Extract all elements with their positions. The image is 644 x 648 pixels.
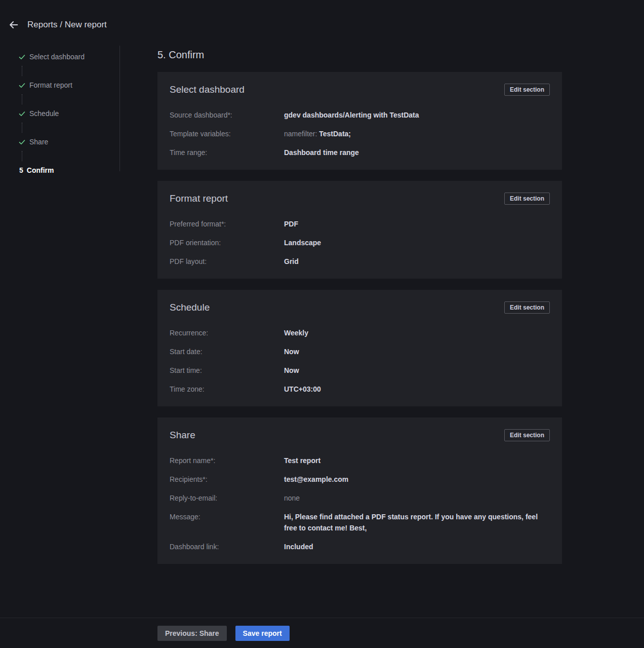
field-value: UTC+03:00 bbox=[284, 384, 321, 395]
step-number: 5 bbox=[19, 166, 23, 174]
step-label: Confirm bbox=[27, 166, 54, 174]
field-label: Report name*: bbox=[170, 455, 284, 466]
page-header: Reports / New report bbox=[0, 0, 644, 46]
field-row: Reply-to-email: none bbox=[170, 492, 550, 504]
check-icon bbox=[18, 53, 26, 61]
field-value: Weekly bbox=[284, 327, 308, 338]
section-title: Format report bbox=[170, 192, 228, 205]
step-sidebar: Select dashboard Format report Schedule bbox=[10, 46, 120, 171]
breadcrumb-title: Reports / New report bbox=[27, 20, 107, 30]
new-report-page: Reports / New report Select dashboard Fo… bbox=[0, 0, 644, 648]
section-title: Select dashboard bbox=[170, 83, 245, 96]
step-connector bbox=[22, 123, 22, 133]
field-row: Template variables: namefilter: TestData… bbox=[170, 128, 550, 139]
step-label: Format report bbox=[29, 81, 72, 89]
arrow-left-icon bbox=[8, 19, 19, 30]
field-value: Dashboard time range bbox=[284, 147, 359, 158]
field-label: PDF orientation: bbox=[170, 237, 284, 248]
step-label: Schedule bbox=[29, 109, 59, 118]
field-label: Message: bbox=[170, 511, 284, 533]
field-label: Template variables: bbox=[170, 128, 284, 139]
step-format-report[interactable]: Format report bbox=[18, 81, 119, 90]
section-select-dashboard: Select dashboard Edit section Source das… bbox=[157, 72, 562, 170]
check-icon bbox=[18, 81, 26, 89]
field-row: Start time: Now bbox=[170, 365, 550, 376]
field-label: PDF layout: bbox=[170, 256, 284, 267]
field-row: Time range: Dashboard time range bbox=[170, 147, 550, 158]
field-value: Now bbox=[284, 365, 299, 376]
step-label: Select dashboard bbox=[29, 53, 85, 61]
field-row: PDF layout: Grid bbox=[170, 256, 550, 267]
content-area: Select dashboard Format report Schedule bbox=[0, 46, 644, 618]
edit-section-button[interactable]: Edit section bbox=[504, 193, 550, 205]
step-label: Share bbox=[29, 138, 48, 146]
back-button[interactable] bbox=[5, 16, 22, 33]
check-icon bbox=[18, 138, 26, 146]
save-report-button[interactable]: Save report bbox=[235, 626, 290, 641]
field-row: Message: Hi, Please find attached a PDF … bbox=[170, 511, 550, 533]
step-connector bbox=[22, 66, 22, 76]
field-label: Dashboard link: bbox=[170, 541, 284, 552]
field-label: Time zone: bbox=[170, 384, 284, 395]
field-row: Time zone: UTC+03:00 bbox=[170, 384, 550, 395]
field-value: Grid bbox=[284, 256, 299, 267]
field-row: Preferred format*: PDF bbox=[170, 218, 550, 230]
field-value: Now bbox=[284, 346, 299, 357]
field-value: gdev dashboards/Alerting with TestData bbox=[284, 109, 419, 121]
section-share: Share Edit section Report name*: Test re… bbox=[157, 417, 562, 564]
field-value: test@example.com bbox=[284, 474, 348, 485]
step-share[interactable]: Share bbox=[18, 137, 119, 146]
main-content: 5. Confirm Select dashboard Edit section… bbox=[120, 46, 644, 618]
field-value: Hi, Please find attached a PDF status re… bbox=[284, 511, 550, 533]
step-confirm-active[interactable]: 5 Confirm bbox=[18, 166, 119, 175]
section-schedule: Schedule Edit section Recurrence: Weekly… bbox=[157, 290, 562, 406]
field-row: Dashboard link: Included bbox=[170, 541, 550, 552]
field-row: Report name*: Test report bbox=[170, 455, 550, 466]
field-label: Start time: bbox=[170, 365, 284, 376]
field-value: Test report bbox=[284, 455, 320, 466]
field-value: namefilter: TestData; bbox=[284, 128, 351, 139]
field-label: Reply-to-email: bbox=[170, 492, 284, 504]
field-label: Preferred format*: bbox=[170, 218, 284, 230]
field-label: Time range: bbox=[170, 147, 284, 158]
section-title: Schedule bbox=[170, 301, 210, 314]
field-value: Landscape bbox=[284, 237, 321, 248]
step-connector bbox=[22, 151, 22, 161]
field-row: Start date: Now bbox=[170, 346, 550, 357]
field-label: Recipients*: bbox=[170, 474, 284, 485]
edit-section-button[interactable]: Edit section bbox=[504, 429, 550, 441]
edit-section-button[interactable]: Edit section bbox=[504, 301, 550, 314]
field-value: PDF bbox=[284, 218, 298, 230]
field-value: Included bbox=[284, 541, 313, 552]
step-connector bbox=[22, 94, 22, 104]
field-label: Source dashboard*: bbox=[170, 109, 284, 121]
variable-value: TestData; bbox=[319, 130, 351, 138]
footer-actions: Previous: Share Save report bbox=[0, 618, 644, 648]
check-icon bbox=[18, 109, 26, 118]
section-format-report: Format report Edit section Preferred for… bbox=[157, 181, 562, 279]
field-label: Start date: bbox=[170, 346, 284, 357]
edit-section-button[interactable]: Edit section bbox=[504, 84, 550, 96]
section-title: Share bbox=[170, 429, 195, 442]
field-row: Source dashboard*: gdev dashboards/Alert… bbox=[170, 109, 550, 121]
field-row: Recipients*: test@example.com bbox=[170, 474, 550, 485]
variable-name: namefilter: bbox=[284, 130, 317, 138]
page-title: 5. Confirm bbox=[157, 48, 644, 62]
field-row: Recurrence: Weekly bbox=[170, 327, 550, 338]
field-value: none bbox=[284, 492, 300, 504]
step-schedule[interactable]: Schedule bbox=[18, 109, 119, 118]
step-select-dashboard[interactable]: Select dashboard bbox=[18, 52, 119, 61]
previous-step-button[interactable]: Previous: Share bbox=[157, 626, 227, 641]
field-row: PDF orientation: Landscape bbox=[170, 237, 550, 248]
field-label: Recurrence: bbox=[170, 327, 284, 338]
